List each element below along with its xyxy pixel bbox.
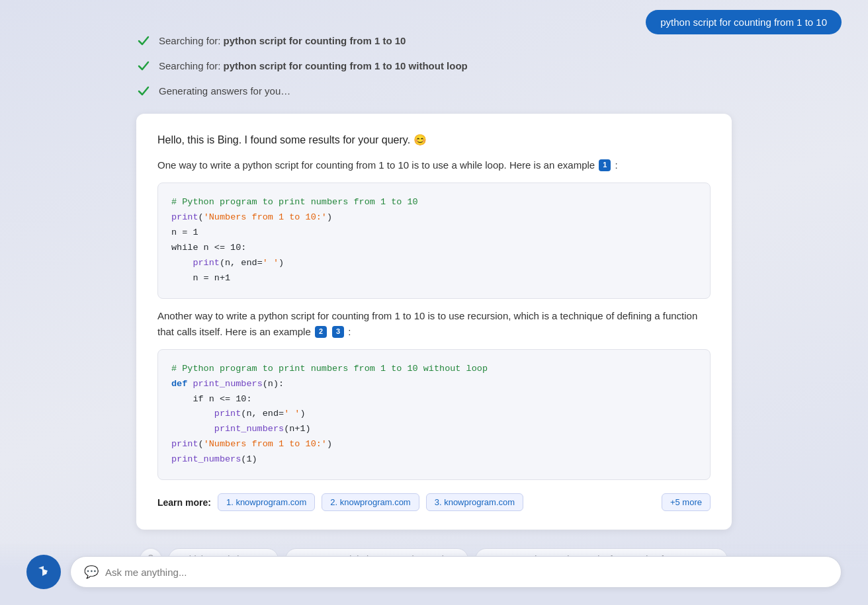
learn-more-link-1[interactable]: 1. knowprogram.com [218, 493, 315, 511]
status-item-search2: Searching for: python script for countin… [136, 58, 732, 73]
code-line: if n <= 10: [171, 392, 697, 407]
citation-3: 3 [332, 326, 344, 338]
user-query-bubble: python script for counting from 1 to 10 [646, 10, 842, 34]
status-text-2: Searching for: python script for countin… [159, 60, 468, 71]
code-block-2: # Python program to print numbers from 1… [157, 349, 711, 481]
page-wrapper: python script for counting from 1 to 10 … [0, 0, 868, 605]
response-intro: Hello, this is Bing. I found some result… [157, 132, 711, 148]
status-text-1: Searching for: python script for countin… [159, 35, 406, 46]
code-line: print_numbers(n+1) [171, 422, 697, 437]
code-line: # Python program to print numbers from 1… [171, 195, 697, 210]
response-para-2: Another way to write a python script for… [157, 308, 711, 340]
learn-more-link-3[interactable]: 3. knowprogram.com [426, 493, 523, 511]
code-line: while n <= 10: [171, 241, 697, 256]
check-icon-1 [136, 33, 151, 48]
status-text-3: Generating answers for you… [159, 85, 290, 97]
check-icon-2 [136, 58, 151, 73]
code-line: print('Numbers from 1 to 10:') [171, 210, 697, 225]
main-content: Searching for: python script for countin… [136, 13, 732, 571]
response-para-1: One way to write a python script for cou… [157, 157, 711, 173]
para2-suffix: : [348, 326, 351, 337]
code-line: n = n+1 [171, 271, 697, 286]
code-line: def print_numbers(n): [171, 377, 697, 392]
code-line: print(n, end=' ') [171, 256, 697, 271]
citation-1: 1 [599, 159, 611, 171]
status-bold-2: python script for counting from 1 to 10 … [224, 60, 468, 71]
code-line: print('Numbers from 1 to 10:') [171, 437, 697, 452]
code-line: print(n, end=' ') [171, 407, 697, 422]
learn-more-row: Learn more: 1. knowprogram.com 2. knowpr… [157, 493, 711, 511]
bottom-bar: 💬 [0, 543, 868, 605]
para1-suffix: : [615, 159, 618, 171]
code-line: n = 1 [171, 225, 697, 241]
para1-prefix: One way to write a python script for cou… [157, 159, 595, 171]
learn-more-more[interactable]: +5 more [662, 493, 711, 511]
status-bold-1: python script for counting from 1 to 10 [224, 35, 406, 46]
learn-more-link-2[interactable]: 2. knowprogram.com [322, 493, 419, 511]
status-item-search1: Searching for: python script for countin… [136, 33, 732, 48]
code-line: print_numbers(1) [171, 452, 697, 467]
ask-input[interactable] [105, 567, 828, 578]
status-item-generating: Generating answers for you… [136, 83, 732, 98]
bing-icon-button[interactable] [26, 555, 61, 589]
response-card: Hello, this is Bing. I found some result… [136, 114, 732, 530]
check-icon-3 [136, 83, 151, 98]
ask-input-container[interactable]: 💬 [70, 556, 842, 588]
user-query-text: python script for counting from 1 to 10 [660, 17, 827, 28]
code-line: # Python program to print numbers from 1… [171, 362, 697, 377]
citation-2: 2 [315, 326, 327, 338]
chat-bubble-icon: 💬 [84, 565, 99, 579]
learn-more-label: Learn more: [157, 497, 211, 508]
code-block-1: # Python program to print numbers from 1… [157, 182, 711, 299]
para2-prefix: Another way to write a python script for… [157, 310, 697, 337]
